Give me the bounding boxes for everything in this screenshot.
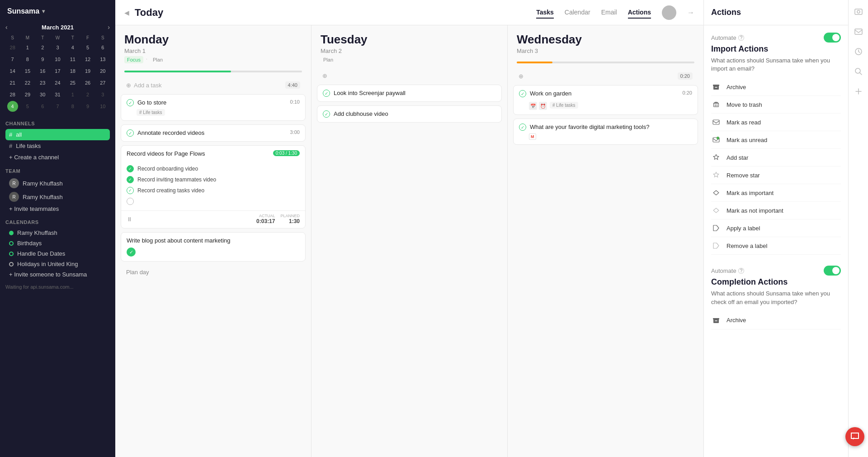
far-right-icon-search[interactable] bbox=[852, 65, 865, 78]
cal-day[interactable]: 11 bbox=[67, 54, 78, 65]
cal-day[interactable]: 27 bbox=[97, 77, 108, 88]
cal-day[interactable]: 10 bbox=[52, 54, 63, 65]
cal-day[interactable]: 30 bbox=[37, 89, 48, 100]
cal-day[interactable]: 26 bbox=[82, 77, 93, 88]
tuesday-pill-plan[interactable]: Plan bbox=[321, 56, 336, 63]
cal-day[interactable]: 25 bbox=[67, 77, 78, 88]
task-check-garden[interactable] bbox=[519, 90, 526, 97]
topbar-back-icon[interactable]: ◀ bbox=[124, 9, 129, 16]
cal-day[interactable]: 16 bbox=[37, 66, 48, 76]
cal-day[interactable]: 2 bbox=[82, 89, 93, 100]
cal-day[interactable]: 9 bbox=[37, 54, 48, 65]
cal-day[interactable]: 3 bbox=[52, 42, 63, 53]
action-mark-read[interactable]: Mark as read bbox=[711, 114, 841, 131]
cal-day[interactable]: 4 bbox=[67, 42, 78, 53]
tab-actions[interactable]: Actions bbox=[628, 7, 651, 19]
invite-teammates-button[interactable]: + Invite teammates bbox=[5, 204, 110, 214]
plan-day-row[interactable]: Plan day bbox=[121, 265, 306, 279]
subtask-check-empty[interactable] bbox=[127, 198, 134, 205]
task-check-go-to-store[interactable] bbox=[127, 99, 134, 106]
task-check-annotate[interactable] bbox=[127, 129, 134, 137]
help-icon[interactable]: ? bbox=[738, 35, 745, 41]
task-check-blog[interactable] bbox=[127, 248, 136, 257]
subtask-check-onboarding[interactable] bbox=[127, 165, 134, 172]
task-check-screenjar[interactable] bbox=[323, 90, 330, 97]
cal-day[interactable]: 7 bbox=[52, 101, 63, 112]
calendar-item-birthdays[interactable]: Birthdays bbox=[5, 238, 110, 248]
tab-calendar[interactable]: Calendar bbox=[565, 7, 590, 19]
cal-day[interactable]: 19 bbox=[82, 66, 93, 76]
calendar-item-due-dates[interactable]: Handle Due Dates bbox=[5, 248, 110, 259]
action-add-star[interactable]: Add star bbox=[711, 149, 841, 167]
cal-day[interactable]: 28 bbox=[7, 42, 18, 53]
cal-day[interactable]: 29 bbox=[22, 89, 33, 100]
cal-day[interactable]: 12 bbox=[82, 54, 93, 65]
team-member-2[interactable]: R Ramy Khuffash bbox=[5, 190, 110, 204]
chat-fab-button[interactable] bbox=[845, 427, 864, 446]
import-automate-toggle[interactable] bbox=[824, 33, 841, 43]
cal-day[interactable]: 23 bbox=[37, 77, 48, 88]
monday-pill-focus[interactable]: Focus bbox=[124, 56, 143, 63]
cal-day[interactable]: 10 bbox=[97, 101, 108, 112]
monday-add-task-button[interactable]: ⊕ Add a task bbox=[126, 82, 161, 89]
cal-day[interactable]: 22 bbox=[22, 77, 33, 88]
sidebar-item-life-tasks[interactable]: # Life tasks bbox=[5, 140, 110, 152]
cal-next-button[interactable]: › bbox=[108, 24, 110, 31]
far-right-icon-gmail[interactable] bbox=[852, 25, 865, 38]
team-member-1[interactable]: R Ramy Khuffash bbox=[5, 176, 110, 190]
cal-day[interactable]: 18 bbox=[67, 66, 78, 76]
tab-email[interactable]: Email bbox=[601, 7, 617, 19]
completion-automate-toggle[interactable] bbox=[824, 266, 841, 276]
action-mark-not-important[interactable]: Mark as not important bbox=[711, 202, 841, 219]
cal-day[interactable]: 9 bbox=[82, 101, 93, 112]
subtask-check-inviting[interactable] bbox=[127, 176, 134, 183]
action-mark-unread[interactable]: Mark as unread bbox=[711, 131, 841, 149]
help-icon-2[interactable]: ? bbox=[738, 268, 745, 274]
subtask-check-creating[interactable] bbox=[127, 187, 134, 194]
wednesday-add-task-button[interactable]: ⊕ bbox=[519, 73, 524, 80]
cal-day[interactable]: 20 bbox=[97, 66, 108, 76]
far-right-icon-add[interactable] bbox=[852, 85, 865, 98]
cal-day[interactable]: 28 bbox=[7, 89, 18, 100]
calendar-item-holidays[interactable]: Holidays in United King bbox=[5, 259, 110, 269]
collapse-icon[interactable]: → bbox=[687, 9, 694, 17]
app-logo[interactable]: Sunsama ▾ bbox=[0, 0, 115, 20]
cal-day[interactable]: 17 bbox=[52, 66, 63, 76]
tab-tasks[interactable]: Tasks bbox=[536, 7, 554, 19]
action-archive[interactable]: Archive bbox=[711, 78, 841, 96]
far-right-icon-photo[interactable] bbox=[852, 5, 865, 18]
action-remove-star[interactable]: Remove star bbox=[711, 167, 841, 184]
action-apply-label[interactable]: Apply a label bbox=[711, 219, 841, 237]
cal-day[interactable]: 8 bbox=[67, 101, 78, 112]
cal-day[interactable]: 6 bbox=[37, 101, 48, 112]
calendar-item-ramy[interactable]: Ramy Khuffash bbox=[5, 228, 110, 238]
cal-day[interactable]: 14 bbox=[7, 66, 18, 76]
cal-day[interactable]: 15 bbox=[22, 66, 33, 76]
pause-icon[interactable]: ⏸ bbox=[127, 216, 132, 223]
cal-day[interactable]: 13 bbox=[97, 54, 108, 65]
cal-day[interactable]: 24 bbox=[52, 77, 63, 88]
cal-day[interactable]: 1 bbox=[67, 89, 78, 100]
cal-day[interactable]: 5 bbox=[22, 101, 33, 112]
cal-day[interactable]: 3 bbox=[97, 89, 108, 100]
cal-day[interactable]: 31 bbox=[52, 89, 63, 100]
cal-day[interactable]: 21 bbox=[7, 77, 18, 88]
action-remove-label[interactable]: Remove a label bbox=[711, 237, 841, 255]
cal-day[interactable]: 5 bbox=[82, 42, 93, 53]
task-check-clubhouse[interactable] bbox=[323, 110, 330, 118]
action-move-to-trash[interactable]: Move to trash bbox=[711, 96, 841, 114]
cal-day[interactable]: 2 bbox=[37, 42, 48, 53]
cal-prev-button[interactable]: ‹ bbox=[5, 24, 8, 31]
monday-pill-plan[interactable]: Plan bbox=[150, 56, 165, 63]
user-avatar[interactable] bbox=[662, 5, 676, 20]
cal-day-today[interactable]: 4 bbox=[7, 101, 18, 112]
completion-action-archive[interactable]: Archive bbox=[711, 312, 841, 329]
cal-day[interactable]: 1 bbox=[22, 42, 33, 53]
cal-day[interactable]: 6 bbox=[97, 42, 108, 53]
cal-day[interactable]: 8 bbox=[22, 54, 33, 65]
action-mark-important[interactable]: Mark as important bbox=[711, 184, 841, 202]
create-channel-button[interactable]: + Create a channel bbox=[5, 152, 110, 163]
cal-day[interactable]: 7 bbox=[7, 54, 18, 65]
far-right-icon-clock[interactable] bbox=[852, 45, 865, 58]
invite-sunsama-button[interactable]: + Invite someone to Sunsama bbox=[5, 269, 110, 280]
